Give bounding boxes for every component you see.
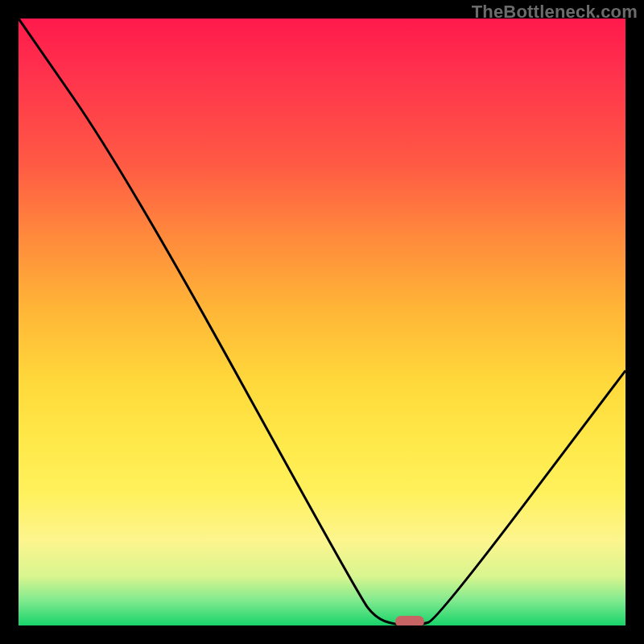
- chart-frame: TheBottleneck.com: [0, 0, 644, 644]
- bottleneck-curve: [19, 19, 625, 625]
- watermark-text: TheBottleneck.com: [472, 2, 638, 23]
- plot-area: [19, 19, 625, 625]
- curve-path: [19, 19, 625, 625]
- optimal-marker: [395, 616, 424, 625]
